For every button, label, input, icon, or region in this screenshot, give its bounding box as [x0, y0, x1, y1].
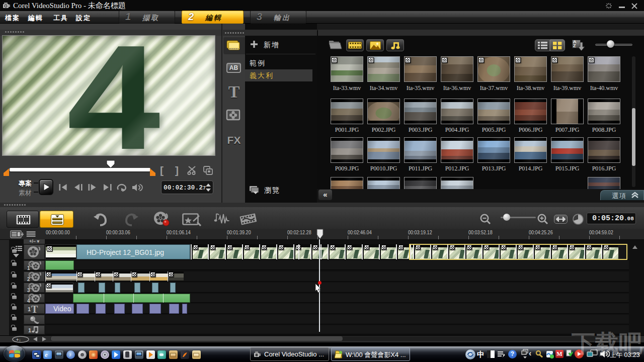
svg-text:4: 4 [27, 298, 30, 304]
svg-text:1: 1 [28, 327, 31, 333]
svg-text:2: 2 [27, 277, 30, 282]
svg-text:T: T [31, 304, 38, 314]
svg-text:1: 1 [27, 265, 30, 271]
svg-text:+↓: +↓ [16, 337, 21, 342]
svg-text:1: 1 [28, 306, 31, 312]
